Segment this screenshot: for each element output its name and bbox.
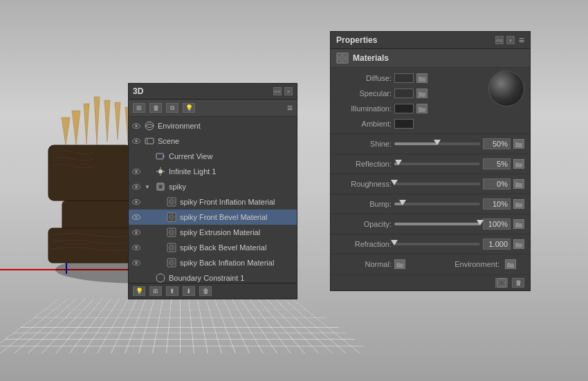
tree-item-environment[interactable]: Environment — [129, 118, 297, 133]
tree-item-spiky[interactable]: ▼ spiky — [129, 179, 297, 194]
props-menu[interactable]: ≡ — [519, 35, 524, 46]
slider-shine-thumb[interactable] — [434, 140, 441, 145]
eye-front-bevel[interactable] — [131, 212, 141, 222]
prop-value-roughness[interactable]: 0% — [483, 178, 511, 189]
slider-roughness[interactable] — [394, 183, 480, 185]
eye-spiky[interactable] — [131, 182, 141, 192]
slider-reflection[interactable] — [394, 162, 480, 165]
prop-label-specular: Specular: — [336, 89, 392, 97]
label-environment: Environment — [158, 122, 201, 130]
prop-folder-shine[interactable] — [513, 139, 524, 149]
prop-label-normal: Normal: — [336, 260, 392, 268]
tree-item-back-inflation[interactable]: spiky Back Inflation Material — [129, 255, 297, 270]
panel-3d-menu[interactable]: ≡ — [287, 102, 293, 113]
divider-3 — [331, 174, 530, 174]
slider-opacity[interactable] — [394, 223, 480, 225]
materials-icon — [336, 53, 349, 64]
prop-folder-specular[interactable] — [416, 89, 428, 98]
materials-tab[interactable]: Materials — [331, 49, 530, 68]
prop-folder-refraction[interactable] — [513, 239, 524, 249]
divider-1 — [331, 133, 530, 134]
prop-row-normal-env: Normal: Environment: — [331, 257, 530, 272]
eye-back-bevel[interactable] — [131, 243, 141, 252]
bottom-tb-add[interactable]: ⊞ — [149, 286, 162, 296]
toolbar-light[interactable]: 💡 — [183, 103, 195, 113]
prop-row-shine: Shine: 50% — [331, 136, 530, 151]
panel-3d-controls[interactable]: << × — [273, 87, 293, 95]
svg-marker-5 — [84, 104, 89, 144]
expand-spiky[interactable]: ▼ — [144, 183, 151, 190]
prop-value-refraction[interactable]: 1.000 — [483, 239, 511, 250]
prop-row-refraction: Refraction: 1.000 — [331, 236, 530, 252]
tree-item-constraint-1[interactable]: Boundary Constraint 1 — [129, 270, 297, 283]
prop-swatch-diffuse[interactable] — [394, 73, 414, 83]
prop-folder-normal[interactable] — [394, 259, 405, 269]
icon-back-bevel — [166, 242, 177, 253]
slider-refraction[interactable] — [394, 243, 480, 245]
prop-swatch-ambient[interactable] — [394, 119, 414, 129]
props-collapse[interactable]: << — [495, 36, 504, 44]
slider-refraction-thumb[interactable] — [391, 240, 398, 245]
slider-reflection-thumb[interactable] — [395, 160, 402, 165]
panel-3d-close[interactable]: × — [284, 87, 293, 95]
slider-bump-thumb[interactable] — [399, 200, 406, 205]
tree-item-infinite-light-1[interactable]: Infinite Light 1 — [129, 164, 297, 179]
prop-folder-environment[interactable] — [505, 259, 516, 269]
svg-rect-19 — [145, 138, 154, 144]
prop-swatch-specular[interactable] — [394, 89, 414, 98]
eye-infinite-light-1[interactable] — [131, 167, 141, 176]
prop-folder-bump[interactable] — [513, 199, 524, 209]
props-controls: << × ≡ — [495, 35, 524, 46]
bottom-tb-down[interactable]: ⬇ — [183, 286, 195, 296]
prop-value-shine[interactable]: 50% — [483, 138, 511, 149]
panel-3d-collapse[interactable]: << — [273, 87, 282, 95]
prop-folder-diffuse[interactable] — [416, 73, 428, 83]
svg-rect-1 — [48, 145, 131, 201]
prop-label-diffuse: Diffuse: — [336, 74, 392, 82]
prop-folder-reflection[interactable] — [513, 159, 524, 169]
svg-point-37 — [169, 245, 174, 250]
tree-item-scene[interactable]: Scene — [129, 133, 297, 149]
props-action-delete[interactable]: 🗑 — [512, 278, 524, 288]
tree-item-front-bevel[interactable]: spiky Front Bevel Material — [129, 210, 297, 225]
panel-3d-toolbar: ⊞ 🗑 ⧉ 💡 ≡ — [129, 100, 297, 117]
props-action-add[interactable] — [495, 278, 508, 288]
prop-folder-opacity[interactable] — [513, 219, 524, 229]
prop-value-bump[interactable]: 10% — [483, 198, 511, 210]
icon-environment — [144, 120, 155, 131]
tree-item-back-bevel[interactable]: spiky Back Bevel Material — [129, 240, 297, 255]
prop-swatch-illumination[interactable] — [394, 104, 414, 113]
prop-label-refraction: Refraction: — [336, 240, 392, 248]
eye-scene[interactable] — [131, 136, 141, 146]
eye-back-inflation[interactable] — [131, 258, 141, 268]
props-close[interactable]: × — [506, 36, 515, 44]
eye-front-inflation[interactable] — [131, 197, 141, 207]
bottom-tb-delete[interactable]: 🗑 — [199, 286, 212, 296]
svg-marker-7 — [104, 100, 110, 142]
slider-bump[interactable] — [394, 203, 480, 205]
tree-item-extrusion[interactable]: spiky Extrusion Material — [129, 225, 297, 240]
prop-folder-illumination[interactable] — [416, 104, 428, 113]
prop-value-opacity[interactable]: 100% — [483, 219, 511, 230]
tree-item-current-view[interactable]: Current View — [129, 149, 297, 164]
slider-opacity-thumb[interactable] — [477, 220, 484, 225]
toolbar-delete[interactable]: 🗑 — [149, 103, 162, 113]
icon-front-bevel — [166, 212, 177, 223]
eye-extrusion[interactable] — [131, 227, 141, 237]
prop-label-environment-field: Environment: — [454, 260, 499, 268]
bottom-tb-light[interactable]: 💡 — [133, 286, 145, 296]
toolbar-add-object[interactable]: ⊞ — [133, 103, 145, 113]
bottom-tb-up[interactable]: ⬆ — [166, 286, 178, 296]
slider-roughness-thumb[interactable] — [391, 180, 398, 185]
slider-shine[interactable] — [394, 142, 480, 145]
prop-folder-roughness[interactable] — [513, 179, 524, 189]
material-preview-sphere[interactable] — [488, 71, 524, 106]
eye-environment[interactable] — [131, 121, 141, 131]
tree-item-front-inflation[interactable]: spiky Front Inflation Material — [129, 194, 297, 210]
label-spiky: spiky — [169, 183, 186, 191]
label-back-bevel: spiky Back Bevel Material — [180, 243, 266, 252]
prop-label-opacity: Opacity: — [336, 220, 392, 228]
svg-marker-10 — [62, 118, 70, 145]
toolbar-duplicate[interactable]: ⧉ — [166, 103, 178, 113]
prop-value-reflection[interactable]: 5% — [483, 158, 511, 169]
